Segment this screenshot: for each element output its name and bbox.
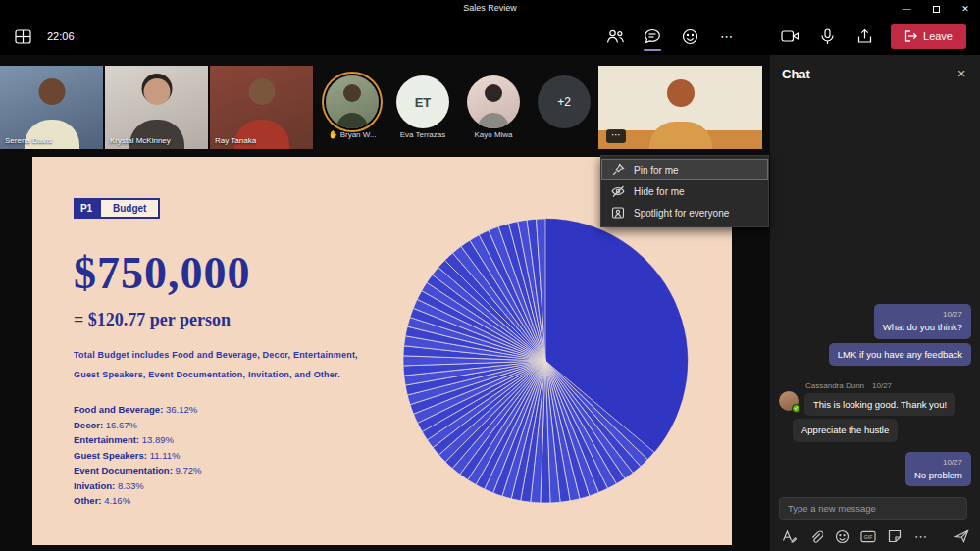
participant-name: ✋ Bryan W...	[317, 130, 387, 139]
message-timestamp: 10/27	[872, 381, 892, 390]
budget-pie-chart	[398, 214, 693, 508]
format-icon	[782, 529, 797, 543]
maximize-button[interactable]	[921, 0, 951, 18]
attach-button[interactable]	[807, 528, 823, 544]
camera-button[interactable]	[779, 24, 800, 49]
message-timestamp: 10/27	[914, 457, 962, 468]
people-icon	[606, 28, 625, 44]
video-tile-ray-tanaka[interactable]: Ray Tanaka	[210, 66, 313, 149]
participant-name: Krystal McKinney	[110, 136, 171, 145]
chat-message-input[interactable]	[779, 497, 967, 520]
eye-off-icon	[611, 184, 625, 198]
reactions-button[interactable]	[679, 24, 700, 49]
gif-icon: GIF	[860, 530, 876, 543]
meeting-toolbar: 22:06 ⋯	[0, 18, 980, 55]
slide-tabs: P1 Budget	[74, 198, 160, 219]
composer-more-button[interactable]: ⋯	[913, 528, 929, 544]
ellipsis-icon: ⋯	[611, 129, 621, 140]
breakdown-row: Inivation: 8.33%	[74, 478, 201, 494]
format-button[interactable]	[781, 528, 797, 544]
sticker-icon	[888, 529, 902, 543]
mic-button[interactable]	[816, 24, 838, 49]
participant-photo	[248, 78, 275, 105]
ellipsis-icon: ⋯	[914, 529, 928, 544]
close-icon: ✕	[961, 4, 969, 14]
participant-avatar	[467, 75, 520, 128]
participant-name: Ray Tanaka	[215, 136, 256, 145]
gif-button[interactable]: GIF	[860, 528, 876, 544]
message-text: No problem	[914, 470, 962, 480]
message-timestamp: 10/27	[883, 309, 962, 320]
breakdown-row: Food and Beverage: 36.12%	[74, 402, 201, 418]
paperclip-icon	[808, 529, 823, 544]
chat-message-received-group: ✓ Cassandra Dunn10/27 This is looking go…	[779, 381, 971, 416]
minimize-button[interactable]: —	[892, 0, 921, 18]
breakdown-row: Decor: 16.67%	[74, 418, 201, 433]
avatar-cassandra: ✓	[779, 391, 799, 411]
chat-message-received: This is looking good. Thank you!	[804, 393, 955, 416]
message-author: Cassandra Dunn	[805, 381, 864, 390]
participant-name: Kayo Miwa	[458, 130, 529, 139]
participant-name: Serena Davis	[5, 136, 52, 145]
video-tile-krystal-mckinney[interactable]: Krystal McKinney	[105, 66, 208, 149]
presence-available-icon: ✓	[792, 404, 800, 413]
video-tile-presenter[interactable]: ⋯	[598, 66, 762, 149]
send-icon	[954, 529, 969, 543]
budget-description: Total Budget includes Food and Beverage,…	[74, 345, 358, 384]
chat-close-button[interactable]: ✕	[953, 65, 970, 82]
chat-message-sent: LMK if you have any feedback	[829, 343, 971, 366]
budget-breakdown-list: Food and Beverage: 36.12% Decor: 16.67% …	[74, 402, 201, 509]
video-tile-serena-davis[interactable]: Serena Davis	[0, 66, 103, 149]
tile-more-button[interactable]: ⋯	[606, 129, 626, 143]
breakdown-row: Entertainment: 13.89%	[74, 432, 201, 448]
mic-icon	[820, 28, 835, 45]
teams-meeting-window: Sales Review — ✕ 22:06 ⋯	[0, 0, 980, 551]
menu-item-spotlight[interactable]: Spotlight for everyone	[601, 202, 768, 224]
window-controls: — ✕	[892, 0, 980, 18]
avatar-eva[interactable]: ET Eva Terrazas	[387, 66, 458, 139]
leave-label: Leave	[923, 30, 953, 42]
budget-pie-svg	[398, 214, 693, 508]
overflow-participants[interactable]: +2	[529, 66, 599, 139]
participant-name: Eva Terrazas	[387, 130, 458, 139]
participants-button[interactable]	[604, 24, 626, 49]
message-text: LMK if you have any feedback	[838, 349, 962, 360]
share-content-icon	[856, 28, 873, 44]
avatar-bryan[interactable]: ✋ Bryan W...	[317, 66, 387, 139]
chat-header: Chat ✕	[782, 65, 970, 82]
ellipsis-icon: ⋯	[720, 29, 734, 44]
message-text: This is looking good. Thank you!	[813, 399, 947, 410]
leave-icon	[904, 30, 917, 42]
leave-button[interactable]: Leave	[891, 24, 966, 49]
chat-button[interactable]	[642, 24, 663, 49]
pin-icon	[611, 163, 625, 176]
share-screen-button[interactable]	[853, 24, 875, 49]
slide-tab-budget: Budget	[99, 198, 160, 219]
participant-initials-avatar: ET	[396, 75, 449, 128]
chat-composer-toolbar: GIF ⋯	[781, 528, 969, 544]
chat-message-sent: 10/27 No problem	[905, 452, 971, 486]
breakdown-row: Other: 4.16%	[74, 493, 201, 509]
gallery-view-button[interactable]	[12, 24, 33, 49]
breakdown-row: Guest Speakers: 11.11%	[74, 448, 201, 464]
slide-badge-p1: P1	[74, 198, 99, 219]
sticker-button[interactable]	[887, 528, 903, 544]
close-button[interactable]: ✕	[951, 0, 980, 18]
title-bar: Sales Review — ✕	[0, 0, 980, 18]
menu-item-hide[interactable]: Hide for me	[601, 180, 768, 202]
message-meta: Cassandra Dunn10/27	[805, 381, 955, 390]
menu-item-pin[interactable]: Pin for me	[601, 159, 768, 180]
send-button[interactable]	[954, 528, 969, 544]
per-person-amount: = $120.77 per person	[74, 310, 231, 330]
tile-context-menu: Pin for me Hide for me Spotlight for eve…	[600, 155, 769, 227]
chat-panel: Chat ✕ 10/27 What do you think? LMK if y…	[770, 55, 980, 551]
chat-message-sent: 10/27 What do you think?	[874, 304, 971, 338]
overflow-count-avatar: +2	[538, 75, 591, 128]
participant-avatar	[326, 75, 379, 128]
avatar-kayo[interactable]: Kayo Miwa	[458, 66, 529, 139]
breakdown-row: Event Documentation: 9.72%	[74, 463, 201, 478]
emoji-button[interactable]	[834, 528, 850, 544]
more-options-button[interactable]: ⋯	[716, 24, 738, 49]
total-budget-amount: $750,000	[74, 247, 251, 299]
message-text: What do you think?	[883, 322, 962, 332]
